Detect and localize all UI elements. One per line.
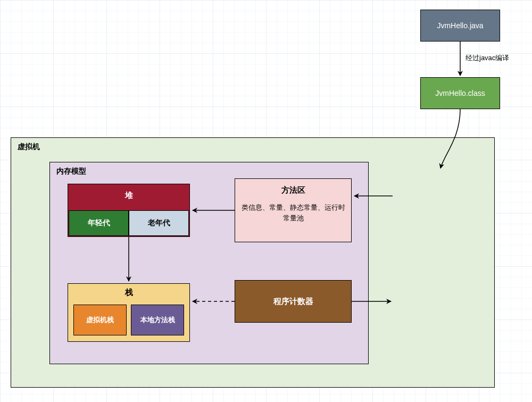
native-stack-box: 本地方法栈 xyxy=(131,305,184,335)
stack-title-text: 栈 xyxy=(125,288,133,297)
heap-old-label: 老年代 xyxy=(148,218,170,228)
heap-young-label: 年轻代 xyxy=(88,218,110,228)
stack-title: 栈 xyxy=(68,288,190,298)
native-stack-label: 本地方法栈 xyxy=(140,315,175,325)
jvm-stack-box: 虚拟机栈 xyxy=(73,305,127,335)
compile-edge-label: 经过javac编译 xyxy=(466,53,509,63)
method-area-desc: 类信息、常量、静态常量、运行时常量池 xyxy=(240,202,346,223)
class-file-label: JvmHello.class xyxy=(435,89,485,97)
heap-title-text: 堆 xyxy=(125,191,133,200)
heap-young-box: 年轻代 xyxy=(69,210,129,236)
heap-old-box: 老年代 xyxy=(129,210,189,236)
vm-title: 虚拟机 xyxy=(18,142,40,152)
class-file-box: JvmHello.class xyxy=(420,77,500,109)
pc-label: 程序计数器 xyxy=(273,297,313,307)
method-area-title-text: 方法区 xyxy=(281,185,305,194)
jvm-stack-label: 虚拟机栈 xyxy=(86,315,114,325)
memory-model-title: 内存模型 xyxy=(56,167,86,176)
method-area-desc-text: 类信息、常量、静态常量、运行时常量池 xyxy=(242,203,345,222)
pc-box: 程序计数器 xyxy=(235,280,352,323)
heap-title: 堆 xyxy=(68,191,190,201)
method-area-title: 方法区 xyxy=(235,185,352,195)
java-file-box: JvmHello.java xyxy=(420,10,500,42)
java-file-label: JvmHello.java xyxy=(437,21,483,30)
compile-text: 经过javac编译 xyxy=(466,54,509,62)
